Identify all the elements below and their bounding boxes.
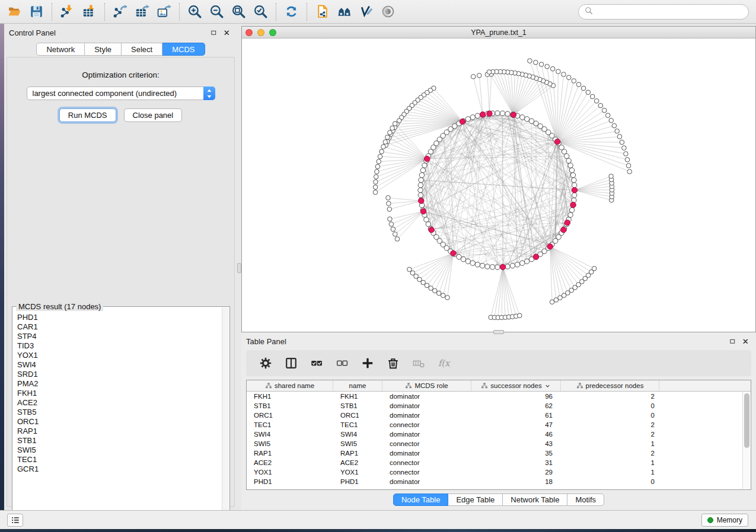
leaf-node[interactable] xyxy=(393,232,398,236)
tab-style[interactable]: Style xyxy=(85,43,122,56)
table-row[interactable]: SWI4SWI4dominator462 xyxy=(247,430,751,439)
ring-node[interactable] xyxy=(500,111,505,116)
zoom-selected-button[interactable] xyxy=(250,2,272,22)
import-table-button[interactable] xyxy=(78,2,100,22)
leaf-node[interactable] xyxy=(390,126,395,130)
zoom-traffic-light[interactable] xyxy=(269,29,276,36)
leaf-node[interactable] xyxy=(487,70,492,75)
leaf-node[interactable] xyxy=(375,169,379,174)
leaf-node[interactable] xyxy=(385,135,390,140)
dominator-node[interactable] xyxy=(429,227,434,232)
add-column-button[interactable] xyxy=(360,355,375,371)
column-settings-button[interactable] xyxy=(258,355,273,371)
dominator-node[interactable] xyxy=(547,243,553,249)
leaf-node[interactable] xyxy=(388,130,393,135)
tab-motifs[interactable]: Motifs xyxy=(567,493,604,506)
dominator-node[interactable] xyxy=(564,220,570,225)
close-traffic-light[interactable] xyxy=(245,29,253,36)
dominator-node[interactable] xyxy=(487,111,492,116)
dominator-node[interactable] xyxy=(533,254,538,259)
ring-node[interactable] xyxy=(465,259,470,264)
ring-node[interactable] xyxy=(520,115,525,120)
table-scrollbar[interactable] xyxy=(742,392,750,489)
run-mcds-button[interactable]: Run MCDS xyxy=(59,108,116,122)
column-header-shared-name[interactable]: shared name xyxy=(247,380,333,391)
tab-edge-table[interactable]: Edge Table xyxy=(448,493,503,506)
leaf-node[interactable] xyxy=(528,59,532,63)
leaf-node[interactable] xyxy=(373,185,378,190)
dominator-node[interactable] xyxy=(561,227,566,232)
table-panel-float-button[interactable] xyxy=(728,336,737,346)
zoom-fit-button[interactable] xyxy=(228,2,250,22)
tab-node-table[interactable]: Node Table xyxy=(393,493,449,506)
dominator-node[interactable] xyxy=(554,139,560,145)
leaf-node[interactable] xyxy=(393,121,397,126)
mcds-result-item[interactable]: SWI4 xyxy=(13,360,221,370)
show-hide-button[interactable] xyxy=(377,2,399,22)
leaf-node[interactable] xyxy=(374,180,378,184)
mcds-result-item[interactable]: PHD1 xyxy=(13,313,221,322)
column-header-successor-nodes[interactable]: successor nodes xyxy=(471,380,561,391)
dominator-node[interactable] xyxy=(460,119,465,124)
toggle-details-button[interactable] xyxy=(355,2,377,22)
delete-column-button[interactable] xyxy=(385,355,401,371)
select-all-checks-button[interactable] xyxy=(309,355,324,371)
leaf-node[interactable] xyxy=(386,196,391,200)
memory-button[interactable]: Memory xyxy=(701,514,748,527)
leaf-node[interactable] xyxy=(445,296,450,300)
leaf-node[interactable] xyxy=(609,174,614,179)
search-input[interactable] xyxy=(596,8,742,16)
ring-node[interactable] xyxy=(418,188,423,193)
leaf-node[interactable] xyxy=(590,94,595,99)
dominator-node[interactable] xyxy=(570,202,576,207)
tab-mcds[interactable]: MCDS xyxy=(162,43,205,56)
criterion-select[interactable]: largest connected component (undirected) xyxy=(27,86,215,100)
leaf-node[interactable] xyxy=(471,75,476,79)
leaf-node[interactable] xyxy=(556,69,561,74)
leaf-node[interactable] xyxy=(602,108,607,113)
minimize-traffic-light[interactable] xyxy=(257,29,264,36)
control-panel-float-button[interactable] xyxy=(209,28,218,37)
leaf-node[interactable] xyxy=(620,140,624,145)
ring-node[interactable] xyxy=(418,182,423,187)
mcds-result-item[interactable]: TID3 xyxy=(13,341,221,351)
network-window-titlebar[interactable]: YPA_prune.txt_1 xyxy=(242,27,755,39)
leaf-node[interactable] xyxy=(567,75,572,80)
ring-node[interactable] xyxy=(475,113,480,118)
ring-node[interactable] xyxy=(420,168,425,172)
leaf-node[interactable] xyxy=(387,207,392,211)
leaf-node[interactable] xyxy=(627,169,632,174)
mcds-result-item[interactable]: SRD1 xyxy=(13,370,221,379)
mcds-result-item[interactable]: SWI5 xyxy=(13,446,221,455)
leaf-node[interactable] xyxy=(609,118,614,123)
mcds-result-item[interactable]: STB5 xyxy=(13,408,221,417)
ring-node[interactable] xyxy=(419,172,424,177)
ring-node[interactable] xyxy=(424,217,429,222)
zoom-out-button[interactable] xyxy=(206,2,228,22)
ring-node[interactable] xyxy=(422,163,427,168)
dominator-node[interactable] xyxy=(511,112,516,117)
ring-node[interactable] xyxy=(475,262,480,267)
ring-node[interactable] xyxy=(505,111,510,116)
dominator-node[interactable] xyxy=(420,209,426,214)
leaf-node[interactable] xyxy=(626,164,631,168)
leaf-node[interactable] xyxy=(572,79,576,84)
panel-splitter[interactable] xyxy=(237,24,241,510)
close-panel-button[interactable]: Close panel xyxy=(124,108,183,122)
leaf-node[interactable] xyxy=(374,175,378,180)
leaf-node[interactable] xyxy=(576,82,581,87)
leaf-node[interactable] xyxy=(388,217,393,222)
column-header-name[interactable]: name xyxy=(333,380,382,391)
control-panel-close-button[interactable] xyxy=(222,28,231,37)
leaf-node[interactable] xyxy=(436,291,441,296)
leaf-node[interactable] xyxy=(518,313,522,318)
leaf-node[interactable] xyxy=(378,154,382,159)
leaf-node[interactable] xyxy=(381,145,386,149)
ring-node[interactable] xyxy=(419,178,423,182)
panel-layout-button[interactable] xyxy=(283,355,299,371)
table-row[interactable]: TEC1TEC1connector472 xyxy=(247,420,751,430)
ring-node[interactable] xyxy=(570,172,575,177)
dominator-node[interactable] xyxy=(425,156,430,161)
import-network-button[interactable] xyxy=(56,2,78,22)
leaf-node[interactable] xyxy=(539,62,544,67)
